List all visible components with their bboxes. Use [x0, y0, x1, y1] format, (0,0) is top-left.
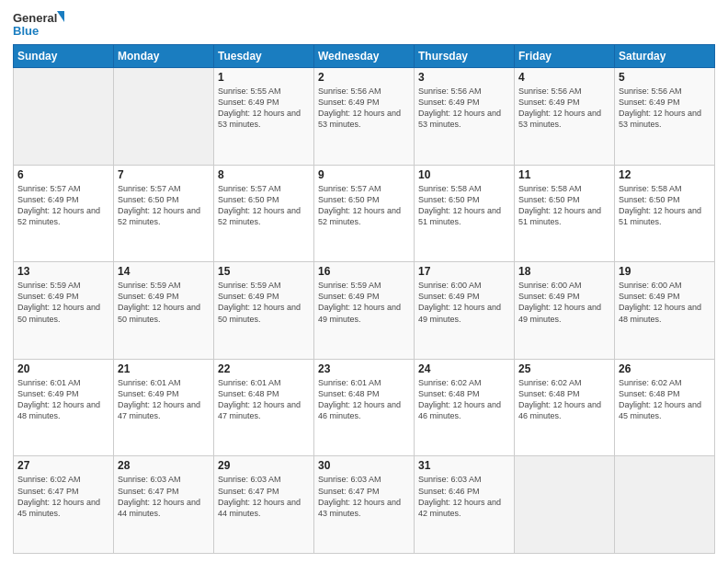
- calendar-cell: 19Sunrise: 6:00 AM Sunset: 6:49 PM Dayli…: [615, 262, 715, 360]
- day-of-week-header: Thursday: [415, 45, 515, 68]
- day-number: 27: [17, 459, 109, 472]
- day-info: Sunrise: 5:57 AM Sunset: 6:49 PM Dayligh…: [17, 183, 109, 228]
- calendar-cell: 20Sunrise: 6:01 AM Sunset: 6:49 PM Dayli…: [14, 359, 114, 456]
- calendar-cell: 25Sunrise: 6:02 AM Sunset: 6:48 PM Dayli…: [515, 359, 615, 456]
- day-number: 22: [218, 362, 310, 375]
- calendar-cell: 12Sunrise: 5:58 AM Sunset: 6:50 PM Dayli…: [615, 165, 715, 262]
- day-number: 16: [318, 265, 410, 278]
- day-info: Sunrise: 6:00 AM Sunset: 6:49 PM Dayligh…: [518, 280, 610, 325]
- day-number: 8: [218, 168, 310, 181]
- day-number: 18: [518, 265, 610, 278]
- calendar-header-row: SundayMondayTuesdayWednesdayThursdayFrid…: [14, 45, 715, 68]
- day-info: Sunrise: 6:00 AM Sunset: 6:49 PM Dayligh…: [619, 280, 711, 325]
- day-info: Sunrise: 6:00 AM Sunset: 6:49 PM Dayligh…: [418, 280, 510, 325]
- day-info: Sunrise: 5:59 AM Sunset: 6:49 PM Dayligh…: [118, 280, 210, 325]
- day-number: 10: [418, 168, 510, 181]
- calendar-cell: [515, 456, 615, 554]
- day-of-week-header: Wednesday: [314, 45, 415, 68]
- calendar-week-row: 20Sunrise: 6:01 AM Sunset: 6:49 PM Dayli…: [14, 359, 715, 456]
- calendar-cell: 6Sunrise: 5:57 AM Sunset: 6:49 PM Daylig…: [14, 165, 114, 262]
- calendar-cell: 23Sunrise: 6:01 AM Sunset: 6:48 PM Dayli…: [314, 359, 415, 456]
- day-info: Sunrise: 6:03 AM Sunset: 6:47 PM Dayligh…: [118, 474, 210, 519]
- calendar-cell: 27Sunrise: 6:02 AM Sunset: 6:47 PM Dayli…: [14, 456, 114, 554]
- calendar-week-row: 1Sunrise: 5:55 AM Sunset: 6:49 PM Daylig…: [14, 68, 715, 166]
- day-info: Sunrise: 6:02 AM Sunset: 6:47 PM Dayligh…: [17, 474, 109, 519]
- calendar-cell: [615, 456, 715, 554]
- calendar-cell: 17Sunrise: 6:00 AM Sunset: 6:49 PM Dayli…: [415, 262, 515, 360]
- svg-marker-2: [57, 11, 64, 22]
- day-of-week-header: Friday: [515, 45, 615, 68]
- calendar-cell: [14, 68, 114, 166]
- day-info: Sunrise: 5:56 AM Sunset: 6:49 PM Dayligh…: [318, 86, 410, 131]
- day-info: Sunrise: 5:55 AM Sunset: 6:49 PM Dayligh…: [218, 86, 310, 131]
- calendar-cell: 10Sunrise: 5:58 AM Sunset: 6:50 PM Dayli…: [415, 165, 515, 262]
- calendar-cell: 28Sunrise: 6:03 AM Sunset: 6:47 PM Dayli…: [114, 456, 214, 554]
- calendar-week-row: 27Sunrise: 6:02 AM Sunset: 6:47 PM Dayli…: [14, 456, 715, 554]
- day-info: Sunrise: 5:57 AM Sunset: 6:50 PM Dayligh…: [118, 183, 210, 228]
- calendar-cell: 3Sunrise: 5:56 AM Sunset: 6:49 PM Daylig…: [415, 68, 515, 166]
- calendar-cell: 16Sunrise: 5:59 AM Sunset: 6:49 PM Dayli…: [314, 262, 415, 360]
- day-number: 26: [619, 362, 711, 375]
- calendar-cell: 13Sunrise: 5:59 AM Sunset: 6:49 PM Dayli…: [14, 262, 114, 360]
- day-number: 12: [619, 168, 711, 181]
- logo-icon: GeneralBlue: [13, 9, 68, 39]
- day-number: 31: [418, 459, 510, 472]
- calendar-cell: 11Sunrise: 5:58 AM Sunset: 6:50 PM Dayli…: [515, 165, 615, 262]
- calendar-table: SundayMondayTuesdayWednesdayThursdayFrid…: [13, 44, 715, 554]
- calendar-cell: 29Sunrise: 6:03 AM Sunset: 6:47 PM Dayli…: [214, 456, 314, 554]
- day-number: 3: [418, 71, 510, 84]
- day-number: 5: [619, 71, 711, 84]
- day-number: 2: [318, 71, 410, 84]
- calendar-cell: 4Sunrise: 5:56 AM Sunset: 6:49 PM Daylig…: [515, 68, 615, 166]
- day-number: 19: [619, 265, 711, 278]
- day-of-week-header: Sunday: [14, 45, 114, 68]
- page-header: GeneralBlue: [13, 9, 715, 39]
- day-number: 21: [118, 362, 210, 375]
- day-info: Sunrise: 6:03 AM Sunset: 6:47 PM Dayligh…: [218, 474, 310, 519]
- day-info: Sunrise: 6:03 AM Sunset: 6:46 PM Dayligh…: [418, 474, 510, 519]
- calendar-cell: 5Sunrise: 5:56 AM Sunset: 6:49 PM Daylig…: [615, 68, 715, 166]
- day-of-week-header: Tuesday: [214, 45, 314, 68]
- day-info: Sunrise: 5:58 AM Sunset: 6:50 PM Dayligh…: [518, 183, 610, 228]
- day-info: Sunrise: 6:01 AM Sunset: 6:49 PM Dayligh…: [118, 377, 210, 422]
- day-info: Sunrise: 6:02 AM Sunset: 6:48 PM Dayligh…: [418, 377, 510, 422]
- calendar-cell: 24Sunrise: 6:02 AM Sunset: 6:48 PM Dayli…: [415, 359, 515, 456]
- svg-text:Blue: Blue: [13, 24, 39, 38]
- day-info: Sunrise: 6:02 AM Sunset: 6:48 PM Dayligh…: [619, 377, 711, 422]
- day-info: Sunrise: 5:56 AM Sunset: 6:49 PM Dayligh…: [418, 86, 510, 131]
- day-info: Sunrise: 5:57 AM Sunset: 6:50 PM Dayligh…: [218, 183, 310, 228]
- day-info: Sunrise: 5:56 AM Sunset: 6:49 PM Dayligh…: [619, 86, 711, 131]
- svg-text:General: General: [13, 11, 57, 25]
- day-info: Sunrise: 5:58 AM Sunset: 6:50 PM Dayligh…: [418, 183, 510, 228]
- calendar-cell: 14Sunrise: 5:59 AM Sunset: 6:49 PM Dayli…: [114, 262, 214, 360]
- day-number: 24: [418, 362, 510, 375]
- day-number: 7: [118, 168, 210, 181]
- calendar-cell: 31Sunrise: 6:03 AM Sunset: 6:46 PM Dayli…: [415, 456, 515, 554]
- day-number: 15: [218, 265, 310, 278]
- logo: GeneralBlue: [13, 9, 68, 39]
- day-number: 23: [318, 362, 410, 375]
- day-number: 20: [17, 362, 109, 375]
- day-of-week-header: Monday: [114, 45, 214, 68]
- calendar-week-row: 6Sunrise: 5:57 AM Sunset: 6:49 PM Daylig…: [14, 165, 715, 262]
- calendar-cell: 7Sunrise: 5:57 AM Sunset: 6:50 PM Daylig…: [114, 165, 214, 262]
- day-number: 28: [118, 459, 210, 472]
- day-number: 9: [318, 168, 410, 181]
- calendar-cell: [114, 68, 214, 166]
- day-number: 25: [518, 362, 610, 375]
- calendar-cell: 22Sunrise: 6:01 AM Sunset: 6:48 PM Dayli…: [214, 359, 314, 456]
- calendar-cell: 26Sunrise: 6:02 AM Sunset: 6:48 PM Dayli…: [615, 359, 715, 456]
- calendar-cell: 2Sunrise: 5:56 AM Sunset: 6:49 PM Daylig…: [314, 68, 415, 166]
- calendar-cell: 9Sunrise: 5:57 AM Sunset: 6:50 PM Daylig…: [314, 165, 415, 262]
- day-number: 17: [418, 265, 510, 278]
- day-number: 11: [518, 168, 610, 181]
- day-number: 30: [318, 459, 410, 472]
- calendar-cell: 21Sunrise: 6:01 AM Sunset: 6:49 PM Dayli…: [114, 359, 214, 456]
- day-number: 13: [17, 265, 109, 278]
- day-number: 6: [17, 168, 109, 181]
- day-number: 4: [518, 71, 610, 84]
- day-info: Sunrise: 6:01 AM Sunset: 6:49 PM Dayligh…: [17, 377, 109, 422]
- calendar-cell: 15Sunrise: 5:59 AM Sunset: 6:49 PM Dayli…: [214, 262, 314, 360]
- calendar-week-row: 13Sunrise: 5:59 AM Sunset: 6:49 PM Dayli…: [14, 262, 715, 360]
- day-info: Sunrise: 5:59 AM Sunset: 6:49 PM Dayligh…: [17, 280, 109, 325]
